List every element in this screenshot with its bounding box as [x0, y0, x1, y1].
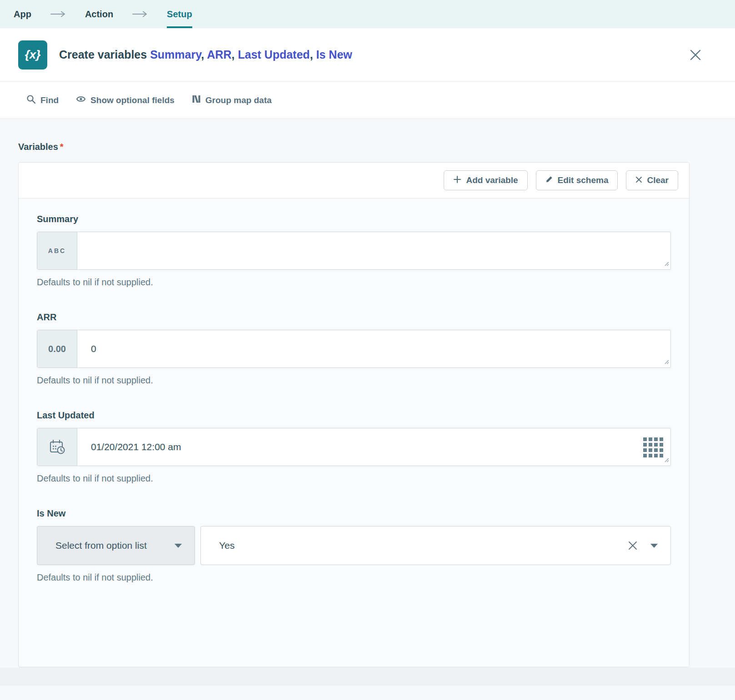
- group-map-data-label: Group map data: [205, 95, 272, 105]
- eye-icon: [76, 94, 86, 106]
- field-helper-text: Defaults to nil if not supplied.: [37, 473, 671, 484]
- variable-name: ARR: [207, 48, 231, 61]
- clear-selection-icon[interactable]: [628, 541, 638, 551]
- separator: ,: [310, 48, 316, 61]
- resize-grip-icon[interactable]: [664, 456, 669, 464]
- variable-name: Is New: [316, 48, 352, 61]
- page-footer-area: [0, 667, 735, 686]
- field-last-updated: Last Updated: [37, 410, 671, 484]
- group-map-data-button[interactable]: Group map data: [192, 94, 272, 106]
- variables-label-text: Variables: [18, 142, 58, 152]
- group-map-icon: [192, 94, 201, 106]
- step-header: {x} Create variables Summary, ARR, Last …: [0, 28, 735, 82]
- breadcrumb-item-app[interactable]: App: [14, 0, 31, 28]
- plus-icon: [453, 175, 461, 186]
- variables-panel: Add variable Edit schema Clear Summary: [18, 162, 690, 667]
- arr-input[interactable]: 0.00 0: [37, 330, 671, 368]
- input-mode-label: Select from option list: [37, 540, 147, 551]
- text-type-prefix: ABC: [37, 232, 77, 269]
- setup-content: Variables* Add variable Edit schema C: [0, 119, 735, 686]
- search-icon: [26, 94, 36, 106]
- field-arr: ARR 0.00 0 Defaults to nil if not suppli…: [37, 312, 671, 386]
- is-new-row: Select from option list Yes: [37, 526, 671, 565]
- field-helper-text: Defaults to nil if not supplied.: [37, 375, 671, 386]
- arrow-right-icon: [132, 0, 148, 28]
- separator: ,: [201, 48, 207, 61]
- summary-value[interactable]: [77, 232, 670, 269]
- field-toolbar: Find Show optional fields Group map data: [0, 82, 735, 119]
- required-asterisk: *: [60, 142, 64, 152]
- field-summary: Summary ABC Defaults to nil if not suppl…: [37, 214, 671, 288]
- field-helper-text: Defaults to nil if not supplied.: [37, 277, 671, 288]
- calendar-clock-icon: [37, 428, 77, 466]
- separator: ,: [231, 48, 238, 61]
- field-is-new: Is New Select from option list Yes: [37, 508, 671, 583]
- variable-name: Last Updated: [238, 48, 310, 61]
- select-controls: [628, 541, 670, 551]
- edit-schema-button[interactable]: Edit schema: [536, 170, 618, 190]
- is-new-value: Yes: [201, 540, 235, 551]
- field-label: Is New: [37, 508, 671, 519]
- add-variable-label: Add variable: [466, 175, 518, 185]
- number-type-prefix: 0.00: [37, 330, 77, 367]
- is-new-select[interactable]: Yes: [200, 526, 671, 565]
- chevron-down-icon: [175, 544, 182, 548]
- pencil-icon: [545, 175, 553, 185]
- clear-label: Clear: [647, 175, 669, 185]
- show-optional-fields-button[interactable]: Show optional fields: [76, 94, 175, 106]
- summary-input[interactable]: ABC: [37, 232, 671, 270]
- last-updated-value[interactable]: 01/20/2021 12:00 am: [77, 428, 670, 466]
- breadcrumb: App Action Setup: [0, 0, 735, 28]
- arr-value[interactable]: 0: [77, 330, 670, 367]
- resize-grip-icon[interactable]: [664, 260, 669, 268]
- clear-button[interactable]: Clear: [626, 170, 678, 190]
- x-icon: [635, 175, 642, 185]
- step-title-prefix: Create variables: [59, 48, 150, 61]
- breadcrumb-item-setup[interactable]: Setup: [167, 0, 192, 28]
- variable-name: Summary: [150, 48, 201, 61]
- field-helper-text: Defaults to nil if not supplied.: [37, 572, 671, 583]
- add-variable-button[interactable]: Add variable: [444, 170, 527, 190]
- breadcrumb-item-action[interactable]: Action: [85, 0, 113, 28]
- field-label: Summary: [37, 214, 671, 224]
- step-title: Create variables Summary, ARR, Last Upda…: [59, 48, 352, 61]
- find-label: Find: [40, 95, 59, 105]
- variables-panel-body: Summary ABC Defaults to nil if not suppl…: [19, 199, 689, 583]
- chevron-down-icon[interactable]: [650, 544, 658, 548]
- variables-section-label: Variables*: [18, 142, 735, 152]
- close-icon[interactable]: [688, 47, 703, 63]
- last-updated-input[interactable]: 01/20/2021 12:00 am: [37, 428, 671, 466]
- show-optional-fields-label: Show optional fields: [90, 95, 175, 105]
- datepicker-grid-icon[interactable]: [643, 437, 664, 460]
- input-mode-dropdown[interactable]: Select from option list: [37, 526, 195, 565]
- find-button[interactable]: Find: [26, 94, 59, 106]
- variables-panel-header: Add variable Edit schema Clear: [19, 163, 689, 199]
- resize-grip-icon[interactable]: [664, 358, 669, 366]
- variables-step-icon: {x}: [18, 40, 47, 70]
- field-label: ARR: [37, 312, 671, 323]
- field-label: Last Updated: [37, 410, 671, 421]
- edit-schema-label: Edit schema: [558, 175, 609, 185]
- arrow-right-icon: [50, 0, 66, 28]
